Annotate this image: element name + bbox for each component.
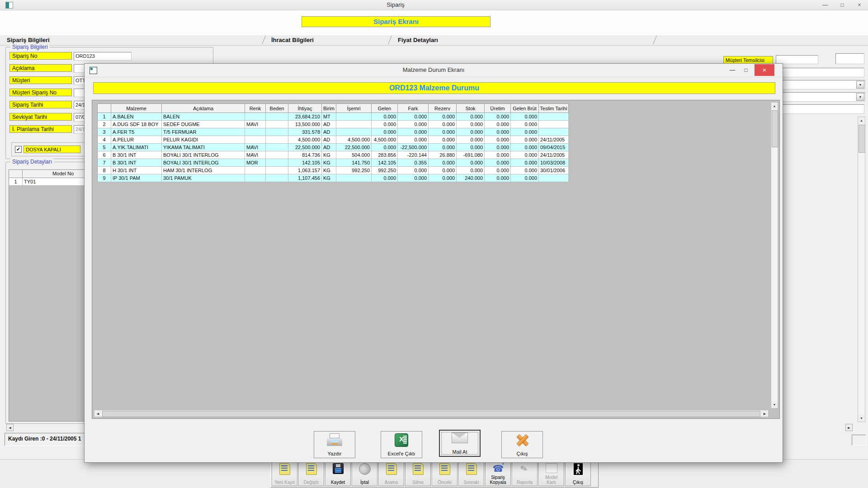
scroll-right-icon[interactable]: ▶: [845, 424, 853, 431]
side-dropdown[interactable]: ▼: [781, 92, 865, 102]
cell-aciklama[interactable]: HAM 30/1 INTERLOG: [162, 167, 245, 174]
table-row[interactable]: 3 A.FER T5 T/5 FERMUAR 331.578 AD 0.000 …: [98, 128, 569, 136]
table-row[interactable]: 5 A.YIK.TALIMATI YIKAMA TALIMATI MAVI 22…: [98, 144, 569, 151]
cell-gelen-brut[interactable]: 0.000: [511, 113, 539, 121]
toolbar-button[interactable]: Arama: [378, 462, 404, 486]
cell-uretim[interactable]: 0.000: [485, 174, 511, 182]
modal-action-button[interactable]: Çıkış: [501, 431, 543, 458]
cell-renk[interactable]: MAVI: [245, 144, 266, 151]
modal-action-button[interactable]: Excel'e Çıktı: [381, 431, 422, 458]
column-header[interactable]: Gelen: [372, 104, 398, 113]
side-dropdown[interactable]: ▼: [781, 80, 865, 89]
cell-rezerv[interactable]: 0.000: [429, 167, 457, 174]
cell-rezerv[interactable]: 0.000: [429, 174, 457, 182]
cell-gelen-brut[interactable]: 0.000: [511, 151, 539, 159]
cell-birim[interactable]: AD: [322, 121, 336, 128]
chevron-down-icon[interactable]: ▼: [856, 93, 864, 101]
field-input[interactable]: ORD123: [74, 52, 132, 61]
cell-ihtiyac[interactable]: 22,500.000: [288, 144, 322, 151]
maximize-icon[interactable]: □: [739, 65, 753, 75]
tab-ihracat-bilgileri[interactable]: İhracat Bilgileri: [271, 37, 314, 43]
dosya-kapali-checkbox[interactable]: [15, 146, 22, 153]
cell-renk[interactable]: [245, 174, 266, 182]
table-row[interactable]: 4 A.PELUR PELUR KAGIDI 4,500.000 AD 4,50…: [98, 136, 569, 144]
cell-gelen[interactable]: 992.250: [372, 167, 398, 174]
cell-fark[interactable]: 0.000: [398, 121, 429, 128]
cell-stok[interactable]: 0.000: [457, 128, 485, 136]
cell-aciklama[interactable]: BOYALI 30/1 INTERLOG: [162, 151, 245, 159]
cell-gelen[interactable]: 0.000: [372, 174, 398, 182]
table-row[interactable]: 6 B 30/1 INT BOYALI 30/1 INTERLOG MAVI 8…: [98, 151, 569, 159]
cell-teslim-tarihi[interactable]: 09/04/2015: [539, 144, 569, 151]
toolbar-button[interactable]: Sipariş Kopyala: [485, 462, 511, 486]
tab-fiyat-detaylari[interactable]: Fiyat Detayları: [398, 37, 438, 43]
cell-stok[interactable]: 0.000: [457, 167, 485, 174]
cell-beden[interactable]: [266, 151, 288, 159]
cell-renk[interactable]: [245, 128, 266, 136]
column-header[interactable]: Gelen Brüt: [511, 104, 539, 113]
scrollbar-thumb[interactable]: [102, 411, 760, 417]
cell-malzeme[interactable]: B 30/1 INT: [111, 159, 162, 167]
cell-gelen-brut[interactable]: 0.000: [511, 121, 539, 128]
cell-isemri[interactable]: [336, 128, 372, 136]
column-header[interactable]: Rezerv: [429, 104, 457, 113]
column-header[interactable]: Renk: [245, 104, 266, 113]
cell-isemri[interactable]: [336, 121, 372, 128]
toolbar-button[interactable]: İptal: [352, 462, 377, 486]
cell-rezerv[interactable]: 0.000: [429, 144, 457, 151]
cell-renk[interactable]: [245, 167, 266, 174]
cell-uretim[interactable]: 0.000: [485, 167, 511, 174]
scroll-up-icon[interactable]: ▲: [858, 117, 865, 124]
cell-aciklama[interactable]: BOYALI 30/1 INTERLOG: [162, 159, 245, 167]
cell-gelen-brut[interactable]: 0.000: [511, 167, 539, 174]
toolbar-button[interactable]: Önceki: [432, 462, 458, 486]
cell-isemri[interactable]: 4,500.000: [336, 136, 372, 144]
column-header[interactable]: [98, 104, 111, 113]
main-vertical-scrollbar[interactable]: ▲ ▼: [858, 117, 865, 422]
cell-gelen[interactable]: 0.000: [372, 128, 398, 136]
cell-rezerv[interactable]: 0.000: [429, 113, 457, 121]
cell-isemri[interactable]: [336, 113, 372, 121]
cell-teslim-tarihi[interactable]: [539, 113, 569, 121]
cell-malzeme[interactable]: A.FER T5: [111, 128, 162, 136]
side-input[interactable]: [781, 104, 864, 114]
cell-uretim[interactable]: 0.000: [485, 151, 511, 159]
cell-gelen[interactable]: 0.000: [372, 113, 398, 121]
close-icon[interactable]: ×: [851, 0, 868, 10]
toolbar-button[interactable]: Model Kartı: [538, 462, 564, 486]
cell-fark[interactable]: -220.144: [398, 151, 429, 159]
cell-malzeme[interactable]: A.PELUR: [111, 136, 162, 144]
toolbar-button[interactable]: Sonraki: [458, 462, 484, 486]
table-row[interactable]: 7 B 30/1 INT BOYALI 30/1 INTERLOG MOR 14…: [98, 159, 569, 167]
cell-uretim[interactable]: 0.000: [485, 159, 511, 167]
cell-beden[interactable]: [266, 167, 288, 174]
cell-gelen[interactable]: 283.856: [372, 151, 398, 159]
cell-beden[interactable]: [266, 159, 288, 167]
cell-renk[interactable]: [245, 136, 266, 144]
cell-aciklama[interactable]: YIKAMA TALIMATI: [162, 144, 245, 151]
cell-teslim-tarihi[interactable]: 24/11/2005: [539, 151, 569, 159]
toolbar-button[interactable]: Yeni Kayıt: [272, 462, 297, 486]
row-number[interactable]: 2: [98, 121, 111, 128]
cell-isemri[interactable]: 22,500.000: [336, 144, 372, 151]
scroll-left-icon[interactable]: ◀: [6, 424, 14, 431]
cell-ihtiyac[interactable]: 142.105: [288, 159, 322, 167]
cell-fark[interactable]: 0.000: [398, 167, 429, 174]
cell-renk[interactable]: MOR: [245, 159, 266, 167]
cell-ihtiyac[interactable]: 1,107.456: [288, 174, 322, 182]
row-number[interactable]: 6: [98, 151, 111, 159]
column-header[interactable]: Üretim: [485, 104, 511, 113]
row-number[interactable]: 9: [98, 174, 111, 182]
cell-beden[interactable]: [266, 121, 288, 128]
cell-isemri[interactable]: 504.000: [336, 151, 372, 159]
cell-isemri[interactable]: 992.250: [336, 167, 372, 174]
close-icon[interactable]: ×: [755, 64, 774, 76]
cell-gelen-brut[interactable]: 0.000: [511, 128, 539, 136]
cell-fark[interactable]: 0.355: [398, 159, 429, 167]
cell-malzeme[interactable]: IP 30/1 PAM: [111, 174, 162, 182]
cell-teslim-tarihi[interactable]: [539, 128, 569, 136]
toolbar-button[interactable]: Kaydet: [325, 462, 351, 486]
cell-fark[interactable]: 0.000: [398, 174, 429, 182]
minimize-icon[interactable]: —: [726, 65, 739, 75]
cell-beden[interactable]: [266, 144, 288, 151]
